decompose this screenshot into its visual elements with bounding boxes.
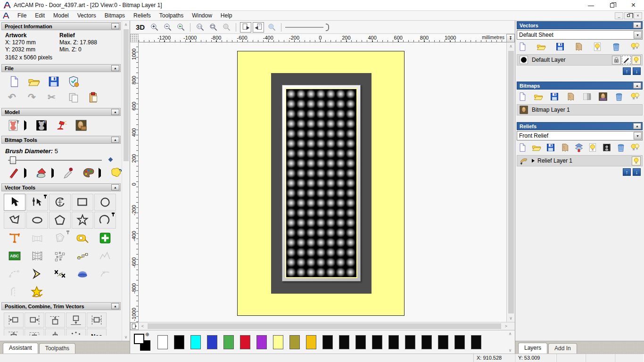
sheet-select[interactable]: Default Sheet ▼ (517, 30, 643, 40)
move-layer-up-button[interactable]: ↑ (623, 168, 631, 176)
wrap-text-tool[interactable] (26, 230, 48, 247)
tab-assistant[interactable]: Assistant (3, 343, 38, 354)
wrapped-star-tool[interactable] (26, 283, 48, 300)
scrollbar-thumb[interactable] (148, 323, 501, 329)
colour-swatch-15[interactable] (405, 335, 415, 349)
expand-icon[interactable] (532, 159, 535, 163)
collapse-icon[interactable]: ▲ (633, 22, 641, 28)
align-centre-top-tool[interactable] (4, 329, 24, 336)
save-icon[interactable] (555, 42, 565, 51)
quilted-relief-pattern[interactable] (286, 89, 356, 277)
sponge-icon[interactable] (110, 167, 122, 179)
collapse-icon[interactable]: ▲ (111, 303, 119, 309)
relief-select[interactable]: Front Relief ▼ (517, 131, 643, 140)
scroll-left-icon[interactable]: < (139, 322, 147, 330)
close-button[interactable]: × (623, 0, 644, 10)
scroll-up-icon[interactable]: ∧ (509, 331, 512, 336)
scroll-up-icon[interactable]: ∧ (122, 21, 130, 28)
load-bitmap-icon[interactable] (75, 119, 87, 132)
create-rectangle-tool[interactable] (72, 194, 93, 211)
shaded-view-icon[interactable] (266, 22, 277, 33)
mdi-restore-button[interactable] (624, 12, 633, 19)
chevron-down-icon[interactable]: ▼ (634, 31, 642, 39)
paste-vector-tool[interactable] (94, 230, 116, 247)
film-icon[interactable] (602, 143, 611, 152)
menu-item-window[interactable]: Window (188, 11, 216, 20)
collapse-icon[interactable]: ▲ (111, 184, 119, 190)
relief-layer-row[interactable]: Relief Layer 1 (517, 155, 643, 166)
new-page-icon[interactable] (518, 143, 527, 152)
colour-swatch-10[interactable] (322, 335, 333, 349)
collapse-icon[interactable]: ▲ (111, 137, 119, 143)
link-colours-icon[interactable]: ⊕ (145, 332, 149, 337)
collapse-icon[interactable]: ▲ (111, 109, 119, 115)
assistant-scrollbar[interactable]: ∧ ∨ (122, 21, 130, 341)
slider-thumb-icon[interactable] (10, 156, 16, 164)
trash-icon[interactable] (616, 143, 626, 152)
visibility-bulb-icon[interactable] (632, 56, 641, 65)
menu-item-vectors[interactable]: Vectors (73, 11, 100, 20)
menu-item-file[interactable]: File (13, 11, 31, 20)
new-page-icon[interactable] (518, 42, 527, 51)
restore-button[interactable] (602, 0, 623, 10)
layer-colour-icon[interactable] (520, 56, 528, 64)
align-left-tool[interactable] (4, 313, 24, 328)
save-icon[interactable] (546, 143, 555, 152)
lighting-icon[interactable] (55, 119, 67, 132)
block-paste-tool[interactable] (49, 247, 71, 264)
door-artwork[interactable] (237, 51, 405, 316)
scatter-tool[interactable] (66, 329, 86, 336)
open-folder-icon[interactable] (534, 92, 543, 101)
palette-icon[interactable] (83, 167, 95, 179)
trash-icon[interactable] (611, 42, 621, 51)
minimize-button[interactable]: — (580, 0, 602, 10)
collapse-icon[interactable]: ▲ (633, 123, 641, 129)
open-folder-icon[interactable] (28, 75, 40, 88)
copy-icon[interactable] (67, 91, 80, 104)
ruler-origin-icon[interactable] (130, 34, 139, 42)
vector-doctor-tool[interactable] (94, 265, 116, 282)
flood-fill-icon[interactable] (35, 167, 48, 179)
create-arc-tool[interactable] (94, 212, 116, 229)
colour-swatch-14[interactable] (388, 335, 399, 349)
move-layer-down-button[interactable]: ↓ (633, 168, 641, 176)
align-top-tool[interactable] (45, 313, 65, 328)
bitmap-on-icon[interactable] (240, 22, 251, 33)
join-vectors-tool[interactable] (26, 265, 48, 282)
align-bottom-tool[interactable] (66, 313, 86, 328)
align-centre-dash-tool[interactable] (45, 329, 65, 336)
menu-item-bitmaps[interactable]: Bitmaps (100, 11, 129, 20)
scrollbar-thumb[interactable] (124, 29, 129, 161)
transform-vectors-tool[interactable] (49, 194, 71, 211)
bulb-page-icon[interactable] (588, 143, 597, 152)
menu-item-toolpaths[interactable]: Toolpaths (155, 11, 188, 20)
collapse-icon[interactable]: ▲ (111, 23, 119, 29)
collapse-icon[interactable]: ▲ (633, 82, 641, 89)
mdi-minimize-button[interactable]: _ (615, 12, 623, 19)
save-icon[interactable] (550, 92, 559, 101)
cut-icon[interactable]: ✂ (48, 91, 60, 104)
collapse-icon[interactable]: ▲ (111, 65, 119, 71)
envelope-distort-tool[interactable] (26, 247, 48, 264)
calculate-relief-icon[interactable]: T (8, 119, 20, 132)
colour-swatch-1[interactable] (174, 335, 184, 349)
menu-item-help[interactable]: Help (216, 11, 237, 20)
ruler-unit-dropdown[interactable]: ▼▼ (506, 34, 515, 42)
bitmap-layer-row[interactable]: Bitmap Layer 1 (517, 104, 643, 115)
fit-vectors-tool[interactable] (94, 247, 116, 264)
colour-swatch-18[interactable] (454, 335, 465, 349)
options-shield-icon[interactable] (67, 75, 80, 88)
select-vectors-tool[interactable] (4, 194, 25, 211)
page-flip-icon[interactable] (130, 322, 139, 330)
colour-swatch-11[interactable] (339, 335, 349, 349)
colour-picker-icon[interactable] (63, 167, 75, 179)
fit-arcs-tool[interactable] (4, 265, 25, 282)
mirror-vectors-tool[interactable] (4, 283, 25, 300)
align-centre-box-tool[interactable] (25, 329, 44, 336)
zoom-11-icon[interactable]: 1:1 (194, 22, 206, 33)
open-folder-icon[interactable] (532, 143, 541, 152)
lock-icon[interactable] (612, 56, 621, 65)
mona-small-icon[interactable] (598, 92, 608, 101)
scroll-up-icon[interactable]: ∧ (507, 42, 515, 50)
zoom-previous-icon[interactable] (175, 22, 186, 33)
